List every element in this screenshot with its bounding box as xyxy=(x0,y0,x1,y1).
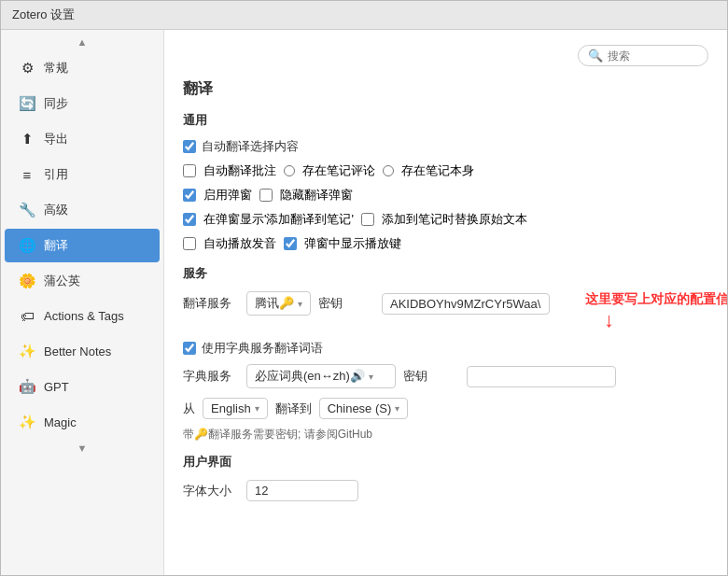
font-size-input[interactable] xyxy=(246,480,358,501)
general-section-title: 通用 xyxy=(183,112,708,129)
annotation-arrow: ↓ xyxy=(604,308,727,332)
sidebar-item-cite[interactable]: ≡ 引用 xyxy=(5,158,160,191)
replace-original-checkbox[interactable] xyxy=(361,213,374,226)
search-icon: 🔍 xyxy=(588,49,603,63)
auto-translate-selection-label: 自动翻译选择内容 xyxy=(202,138,299,155)
sidebar-label-better-notes: Better Notes xyxy=(44,344,111,358)
page-title: 翻译 xyxy=(183,79,708,99)
hide-translate-popup-checkbox[interactable] xyxy=(259,189,273,202)
service-section: 服务 翻译服务 腾讯🔑 ▾ 密钥 这里要写上对应的配置信息 ↓ xyxy=(183,265,708,443)
dict-service-dropdown-value: 必应词典(en↔zh)🔊 xyxy=(255,368,365,385)
gpt-icon: 🤖 xyxy=(18,378,36,395)
show-add-to-note-label: 在弹窗显示'添加翻译到笔记' xyxy=(203,211,354,228)
main-area: ▲ ⚙ 常规 🔄 同步 ⬆ 导出 ≡ 引用 🔧 高级 🌐 xyxy=(1,30,727,575)
dict-service-dropdown[interactable]: 必应词典(en↔zh)🔊 ▾ xyxy=(246,364,396,388)
note-text: 带🔑翻译服务需要密钥; 请参阅GitHub xyxy=(183,427,708,443)
export-icon: ⬆ xyxy=(18,131,36,148)
auto-translate-selection-row: 自动翻译选择内容 xyxy=(183,138,708,155)
enable-popup-checkbox[interactable] xyxy=(183,189,196,202)
service-dropdown-value: 腾讯🔑 xyxy=(255,295,294,312)
to-dropdown-arrow: ▾ xyxy=(395,403,399,414)
show-add-to-note-checkbox[interactable] xyxy=(183,213,196,226)
use-dict-service-label: 使用字典服务翻译词语 xyxy=(202,340,323,357)
save-in-note-comment-radio[interactable] xyxy=(284,165,295,176)
sidebar-item-general[interactable]: ⚙ 常规 xyxy=(5,51,160,85)
audio-row: 自动播放发音 弹窗中显示播放键 xyxy=(183,235,708,252)
translate-icon: 🌐 xyxy=(18,237,36,254)
gear-icon: ⚙ xyxy=(18,60,36,77)
translate-service-label: 翻译服务 xyxy=(183,295,239,312)
sidebar-item-sync[interactable]: 🔄 同步 xyxy=(5,87,160,120)
save-in-note-comment-label: 存在笔记评论 xyxy=(302,162,375,179)
use-dict-service-checkbox[interactable] xyxy=(183,342,196,355)
sidebar-item-translate[interactable]: 🌐 翻译 xyxy=(5,229,160,262)
from-dropdown-arrow: ▾ xyxy=(255,403,259,414)
better-notes-icon: ✨ xyxy=(18,343,36,359)
sidebar-label-export: 导出 xyxy=(44,131,68,148)
content-header: 🔍 xyxy=(183,45,708,66)
auto-translate-annotations-label: 自动翻译批注 xyxy=(203,162,276,179)
sidebar-item-magic[interactable]: ✨ Magic xyxy=(5,405,160,439)
auto-play-audio-checkbox[interactable] xyxy=(183,237,196,250)
sidebar-label-general: 常规 xyxy=(44,60,68,77)
auto-translate-selection-checkbox[interactable] xyxy=(183,140,196,153)
from-to-row: 从 English ▾ 翻译到 Chinese (S) ▾ xyxy=(183,398,708,419)
save-in-note-body-label: 存在笔记本身 xyxy=(401,162,474,179)
ui-section: 用户界面 字体大小 xyxy=(183,454,708,501)
popup-row: 启用弹窗 隐藏翻译弹窗 xyxy=(183,187,708,204)
sidebar-label-dandelion: 蒲公英 xyxy=(44,273,80,289)
secret-key-input[interactable] xyxy=(382,293,550,315)
window-title: Zotero 设置 xyxy=(12,7,75,23)
ui-section-title: 用户界面 xyxy=(183,454,708,471)
enable-popup-label: 启用弹窗 xyxy=(203,187,252,204)
sidebar-label-gpt: GPT xyxy=(44,380,69,394)
from-language-dropdown[interactable]: English ▾ xyxy=(203,398,268,419)
main-window: Zotero 设置 ▲ ⚙ 常规 🔄 同步 ⬆ 导出 ≡ 引用 🔧 xyxy=(0,0,728,576)
advanced-icon: 🔧 xyxy=(18,202,36,218)
sidebar-item-export[interactable]: ⬆ 导出 xyxy=(5,122,160,156)
auto-translate-annotations-row: 自动翻译批注 存在笔记评论 存在笔记本身 xyxy=(183,162,708,179)
sidebar-item-better-notes[interactable]: ✨ Better Notes xyxy=(5,334,160,368)
sidebar-label-cite: 引用 xyxy=(44,166,68,183)
translate-to-label: 翻译到 xyxy=(275,400,312,417)
sidebar-label-advanced: 高级 xyxy=(44,202,68,218)
sidebar-label-translate: 翻译 xyxy=(44,237,68,254)
dict-secret-key-input[interactable] xyxy=(467,366,616,387)
cite-icon: ≡ xyxy=(18,167,36,183)
font-size-label: 字体大小 xyxy=(183,483,239,499)
sidebar-item-advanced[interactable]: 🔧 高级 xyxy=(5,193,160,227)
to-language-value: Chinese (S) xyxy=(328,401,392,415)
auto-play-audio-label: 自动播放发音 xyxy=(203,235,276,252)
sidebar-item-gpt[interactable]: 🤖 GPT xyxy=(5,370,160,403)
hide-translate-popup-label: 隐藏翻译弹窗 xyxy=(280,187,353,204)
sidebar-label-actions-tags: Actions & Tags xyxy=(44,309,124,323)
add-to-note-row: 在弹窗显示'添加翻译到笔记' 添加到笔记时替换原始文本 xyxy=(183,211,708,228)
service-dropdown[interactable]: 腾讯🔑 ▾ xyxy=(246,291,311,316)
dict-service-row: 字典服务 必应词典(en↔zh)🔊 ▾ 密钥 xyxy=(183,364,708,388)
show-play-in-popup-label: 弹窗中显示播放键 xyxy=(304,235,401,252)
service-section-title: 服务 xyxy=(183,265,708,282)
search-input[interactable] xyxy=(608,49,710,63)
from-label: 从 xyxy=(183,400,195,417)
dict-service-dropdown-arrow: ▾ xyxy=(369,372,373,382)
titlebar: Zotero 设置 xyxy=(1,1,727,30)
auto-translate-annotations-checkbox[interactable] xyxy=(183,164,196,177)
to-language-dropdown[interactable]: Chinese (S) ▾ xyxy=(319,398,409,419)
sidebar-item-dandelion[interactable]: 🌼 蒲公英 xyxy=(5,264,160,298)
save-in-note-body-radio[interactable] xyxy=(383,165,394,176)
scroll-down-button[interactable]: ▼ xyxy=(1,440,163,457)
show-play-in-popup-checkbox[interactable] xyxy=(284,237,297,250)
sync-icon: 🔄 xyxy=(18,95,36,112)
sidebar-label-sync: 同步 xyxy=(44,95,68,112)
actions-tags-icon: 🏷 xyxy=(18,308,36,324)
search-box[interactable]: 🔍 xyxy=(578,45,708,66)
replace-original-label: 添加到笔记时替换原始文本 xyxy=(382,211,527,228)
annotation-text: 这里要写上对应的配置信息 xyxy=(585,291,727,308)
from-language-value: English xyxy=(211,401,251,415)
scroll-up-button[interactable]: ▲ xyxy=(1,34,163,50)
sidebar-item-actions-tags[interactable]: 🏷 Actions & Tags xyxy=(5,300,160,332)
dict-service-label: 字典服务 xyxy=(183,368,239,385)
sidebar: ▲ ⚙ 常规 🔄 同步 ⬆ 导出 ≡ 引用 🔧 高级 🌐 xyxy=(1,30,164,575)
sidebar-label-magic: Magic xyxy=(44,415,77,429)
secret-key-label: 密钥 xyxy=(318,295,374,312)
